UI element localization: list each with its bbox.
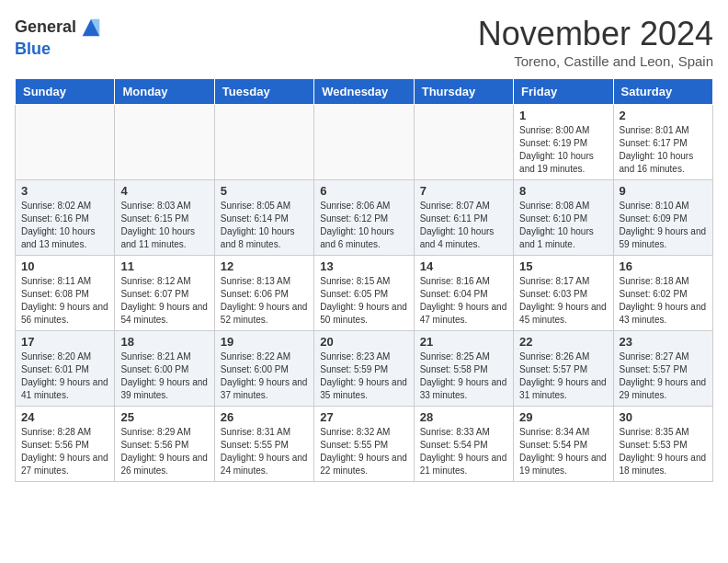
- day-number: 19: [221, 335, 308, 349]
- day-number: 12: [221, 259, 308, 273]
- day-number: 14: [420, 259, 507, 273]
- calendar-week-4: 17Sunrise: 8:20 AM Sunset: 6:01 PM Dayli…: [16, 331, 713, 407]
- day-number: 6: [320, 184, 407, 198]
- day-number: 13: [320, 259, 407, 273]
- day-info: Sunrise: 8:02 AM Sunset: 6:16 PM Dayligh…: [21, 200, 108, 251]
- day-info: Sunrise: 8:29 AM Sunset: 5:56 PM Dayligh…: [120, 426, 208, 477]
- calendar-cell: 28Sunrise: 8:33 AM Sunset: 5:54 PM Dayli…: [414, 407, 513, 482]
- day-info: Sunrise: 8:18 AM Sunset: 6:02 PM Dayligh…: [620, 275, 707, 327]
- calendar-cell: 14Sunrise: 8:16 AM Sunset: 6:04 PM Dayli…: [414, 256, 513, 331]
- day-number: 23: [620, 335, 707, 349]
- calendar-cell: 30Sunrise: 8:35 AM Sunset: 5:53 PM Dayli…: [613, 407, 712, 482]
- page-header: General Blue November 2024 Toreno, Casti…: [15, 15, 713, 69]
- day-info: Sunrise: 8:08 AM Sunset: 6:10 PM Dayligh…: [519, 200, 607, 251]
- calendar-week-5: 24Sunrise: 8:28 AM Sunset: 5:56 PM Dayli…: [16, 407, 713, 482]
- day-number: 24: [21, 410, 108, 424]
- day-number: 28: [420, 410, 507, 424]
- calendar-cell: 10Sunrise: 8:11 AM Sunset: 6:08 PM Dayli…: [16, 256, 115, 331]
- calendar-cell: 22Sunrise: 8:26 AM Sunset: 5:57 PM Dayli…: [514, 331, 613, 407]
- col-header-tuesday: Tuesday: [214, 79, 313, 105]
- col-header-saturday: Saturday: [613, 79, 712, 105]
- calendar-cell: 8Sunrise: 8:08 AM Sunset: 6:10 PM Daylig…: [514, 180, 613, 256]
- calendar-week-3: 10Sunrise: 8:11 AM Sunset: 6:08 PM Dayli…: [16, 256, 713, 331]
- calendar-cell: [314, 105, 414, 180]
- day-info: Sunrise: 8:12 AM Sunset: 6:07 PM Dayligh…: [120, 275, 208, 327]
- calendar-cell: 3Sunrise: 8:02 AM Sunset: 6:16 PM Daylig…: [16, 180, 115, 256]
- calendar-cell: 17Sunrise: 8:20 AM Sunset: 6:01 PM Dayli…: [16, 331, 115, 407]
- day-info: Sunrise: 8:17 AM Sunset: 6:03 PM Dayligh…: [519, 275, 607, 327]
- calendar-cell: 19Sunrise: 8:22 AM Sunset: 6:00 PM Dayli…: [214, 331, 313, 407]
- col-header-sunday: Sunday: [16, 79, 115, 105]
- day-info: Sunrise: 8:16 AM Sunset: 6:04 PM Dayligh…: [420, 275, 507, 327]
- day-info: Sunrise: 8:26 AM Sunset: 5:57 PM Dayligh…: [519, 350, 607, 402]
- month-title: November 2024: [478, 15, 713, 53]
- day-number: 26: [221, 410, 308, 424]
- day-number: 20: [320, 335, 407, 349]
- day-number: 10: [21, 259, 108, 273]
- day-number: 29: [519, 410, 607, 424]
- calendar-week-2: 3Sunrise: 8:02 AM Sunset: 6:16 PM Daylig…: [16, 180, 713, 256]
- day-number: 22: [519, 335, 607, 349]
- day-info: Sunrise: 8:28 AM Sunset: 5:56 PM Dayligh…: [21, 426, 108, 477]
- day-info: Sunrise: 8:07 AM Sunset: 6:11 PM Dayligh…: [420, 200, 507, 251]
- day-number: 17: [21, 335, 108, 349]
- day-number: 16: [620, 259, 707, 273]
- day-number: 4: [120, 184, 208, 198]
- day-number: 15: [519, 259, 607, 273]
- col-header-wednesday: Wednesday: [314, 79, 414, 105]
- calendar-cell: 25Sunrise: 8:29 AM Sunset: 5:56 PM Dayli…: [115, 407, 214, 482]
- day-number: 9: [620, 184, 707, 198]
- day-number: 7: [420, 184, 507, 198]
- day-info: Sunrise: 8:11 AM Sunset: 6:08 PM Dayligh…: [21, 275, 108, 327]
- calendar-cell: 6Sunrise: 8:06 AM Sunset: 6:12 PM Daylig…: [314, 180, 414, 256]
- day-number: 1: [519, 109, 607, 122]
- calendar-header-row: SundayMondayTuesdayWednesdayThursdayFrid…: [16, 79, 713, 105]
- day-info: Sunrise: 8:10 AM Sunset: 6:09 PM Dayligh…: [620, 200, 707, 251]
- day-number: 2: [620, 109, 707, 122]
- calendar-cell: 15Sunrise: 8:17 AM Sunset: 6:03 PM Dayli…: [514, 256, 613, 331]
- day-info: Sunrise: 8:34 AM Sunset: 5:54 PM Dayligh…: [519, 426, 607, 477]
- calendar-cell: 1Sunrise: 8:00 AM Sunset: 6:19 PM Daylig…: [514, 105, 613, 180]
- calendar-cell: 27Sunrise: 8:32 AM Sunset: 5:55 PM Dayli…: [314, 407, 414, 482]
- calendar-cell: [115, 105, 214, 180]
- calendar-cell: 21Sunrise: 8:25 AM Sunset: 5:58 PM Dayli…: [414, 331, 513, 407]
- logo-blue: Blue: [15, 40, 51, 58]
- calendar-cell: [16, 105, 115, 180]
- calendar-cell: 9Sunrise: 8:10 AM Sunset: 6:09 PM Daylig…: [613, 180, 712, 256]
- day-number: 21: [420, 335, 507, 349]
- day-info: Sunrise: 8:03 AM Sunset: 6:15 PM Dayligh…: [120, 200, 208, 251]
- day-info: Sunrise: 8:27 AM Sunset: 5:57 PM Dayligh…: [620, 350, 707, 402]
- day-info: Sunrise: 8:33 AM Sunset: 5:54 PM Dayligh…: [420, 426, 507, 477]
- calendar-cell: [414, 105, 513, 180]
- day-number: 25: [120, 410, 208, 424]
- day-info: Sunrise: 8:13 AM Sunset: 6:06 PM Dayligh…: [221, 275, 308, 327]
- logo-icon: [78, 15, 104, 40]
- col-header-thursday: Thursday: [414, 79, 513, 105]
- calendar-cell: 7Sunrise: 8:07 AM Sunset: 6:11 PM Daylig…: [414, 180, 513, 256]
- calendar-cell: 29Sunrise: 8:34 AM Sunset: 5:54 PM Dayli…: [514, 407, 613, 482]
- calendar-cell: 18Sunrise: 8:21 AM Sunset: 6:00 PM Dayli…: [115, 331, 214, 407]
- day-info: Sunrise: 8:32 AM Sunset: 5:55 PM Dayligh…: [320, 426, 407, 477]
- day-number: 30: [620, 410, 707, 424]
- calendar-cell: 24Sunrise: 8:28 AM Sunset: 5:56 PM Dayli…: [16, 407, 115, 482]
- calendar-cell: 4Sunrise: 8:03 AM Sunset: 6:15 PM Daylig…: [115, 180, 214, 256]
- calendar-cell: 2Sunrise: 8:01 AM Sunset: 6:17 PM Daylig…: [613, 105, 712, 180]
- day-info: Sunrise: 8:15 AM Sunset: 6:05 PM Dayligh…: [320, 275, 407, 327]
- day-info: Sunrise: 8:01 AM Sunset: 6:17 PM Dayligh…: [620, 124, 707, 176]
- col-header-monday: Monday: [115, 79, 214, 105]
- calendar-cell: 20Sunrise: 8:23 AM Sunset: 5:59 PM Dayli…: [314, 331, 414, 407]
- day-info: Sunrise: 8:00 AM Sunset: 6:19 PM Dayligh…: [519, 124, 607, 176]
- calendar-cell: 5Sunrise: 8:05 AM Sunset: 6:14 PM Daylig…: [214, 180, 313, 256]
- logo-general: General: [15, 17, 76, 36]
- day-info: Sunrise: 8:22 AM Sunset: 6:00 PM Dayligh…: [221, 350, 308, 402]
- day-number: 5: [221, 184, 308, 198]
- calendar-cell: [214, 105, 313, 180]
- day-info: Sunrise: 8:31 AM Sunset: 5:55 PM Dayligh…: [221, 426, 308, 477]
- day-info: Sunrise: 8:35 AM Sunset: 5:53 PM Dayligh…: [620, 426, 707, 477]
- day-info: Sunrise: 8:21 AM Sunset: 6:00 PM Dayligh…: [120, 350, 208, 402]
- day-info: Sunrise: 8:20 AM Sunset: 6:01 PM Dayligh…: [21, 350, 108, 402]
- day-info: Sunrise: 8:23 AM Sunset: 5:59 PM Dayligh…: [320, 350, 407, 402]
- calendar-cell: 12Sunrise: 8:13 AM Sunset: 6:06 PM Dayli…: [214, 256, 313, 331]
- day-number: 18: [120, 335, 208, 349]
- calendar-week-1: 1Sunrise: 8:00 AM Sunset: 6:19 PM Daylig…: [16, 105, 713, 180]
